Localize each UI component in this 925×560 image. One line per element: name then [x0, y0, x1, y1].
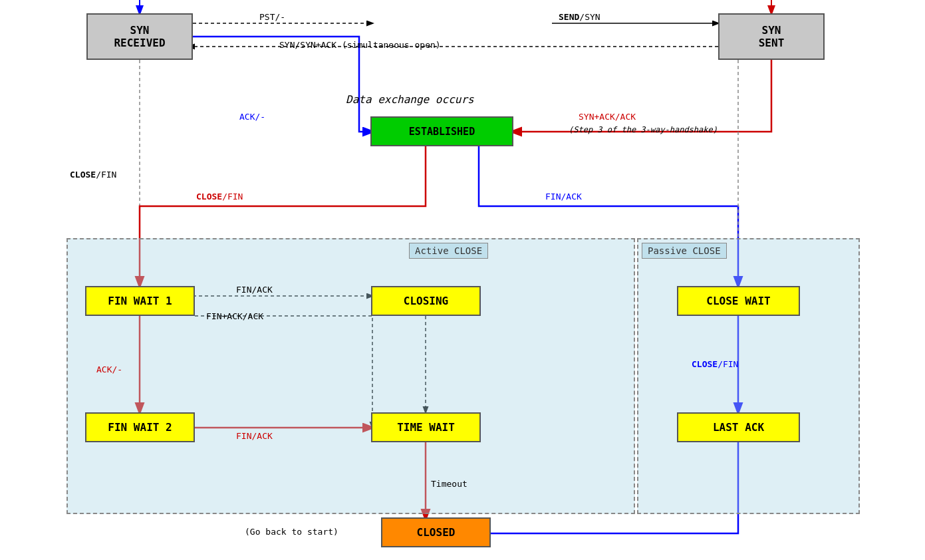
- fin-wait-1-state: FIN WAIT 1: [85, 286, 195, 316]
- syn-ack-ack-label: SYN+ACK/ACK: [579, 112, 636, 122]
- fin-ack-plus-label: FIN+ACK/ACK: [206, 311, 263, 321]
- step3-label: (Step 3 of the 3-way-handshake): [569, 125, 718, 134]
- closing-state: CLOSING: [371, 286, 481, 316]
- active-close-region: [66, 238, 635, 514]
- fin-ack-blue-label: FIN/ACK: [545, 192, 582, 202]
- last-ack-state: LAST ACK: [677, 412, 800, 442]
- closed-state: CLOSED: [381, 517, 491, 547]
- close-fin-active-label: CLOSE/FIN: [196, 192, 243, 202]
- fin-ack-dotted-label: FIN/ACK: [236, 285, 273, 295]
- fin-wait-2-state: FIN WAIT 2: [85, 412, 195, 442]
- timeout-label: Timeout: [431, 479, 467, 489]
- closed-label: CLOSED: [417, 526, 456, 539]
- ack-dash-label: ACK/-: [239, 112, 265, 122]
- closing-label: CLOSING: [404, 295, 448, 307]
- passive-close-region: [637, 238, 860, 514]
- syn-received-label: SYNRECEIVED: [114, 24, 165, 49]
- established-label: ESTABLISHED: [409, 126, 475, 138]
- ack-dash-fw-label: ACK/-: [96, 364, 122, 374]
- close-wait-state: CLOSE WAIT: [677, 286, 800, 316]
- close-fin-cw-label: CLOSE/FIN: [692, 359, 738, 369]
- syn-sent-state: SYNSENT: [718, 13, 825, 60]
- passive-close-label: Passive CLOSE: [642, 243, 727, 259]
- data-exchange-label: Data exchange occurs: [346, 93, 474, 106]
- established-state: ESTABLISHED: [370, 116, 513, 146]
- close-wait-label: CLOSE WAIT: [706, 295, 770, 307]
- syn-sent-label: SYNSENT: [759, 24, 785, 49]
- go-back-label: (Go back to start): [245, 527, 338, 537]
- syn-syn-ack-label: SYN/SYN+ACK (simultaneous open): [279, 40, 441, 50]
- fin-wait-1-label: FIN WAIT 1: [108, 295, 172, 307]
- last-ack-label: LAST ACK: [713, 421, 764, 434]
- fin-ack-fw2-label: FIN/ACK: [236, 431, 273, 441]
- fin-wait-2-label: FIN WAIT 2: [108, 421, 172, 434]
- close-fin-left-label: CLOSE/FIN: [70, 170, 116, 180]
- syn-received-state: SYNRECEIVED: [86, 13, 193, 60]
- time-wait-label: TIME WAIT: [397, 421, 455, 434]
- send-syn-label: SEND/SYN: [559, 12, 600, 22]
- active-close-label: Active CLOSE: [409, 243, 488, 259]
- time-wait-state: TIME WAIT: [371, 412, 481, 442]
- pst-label: PST/-: [259, 12, 285, 22]
